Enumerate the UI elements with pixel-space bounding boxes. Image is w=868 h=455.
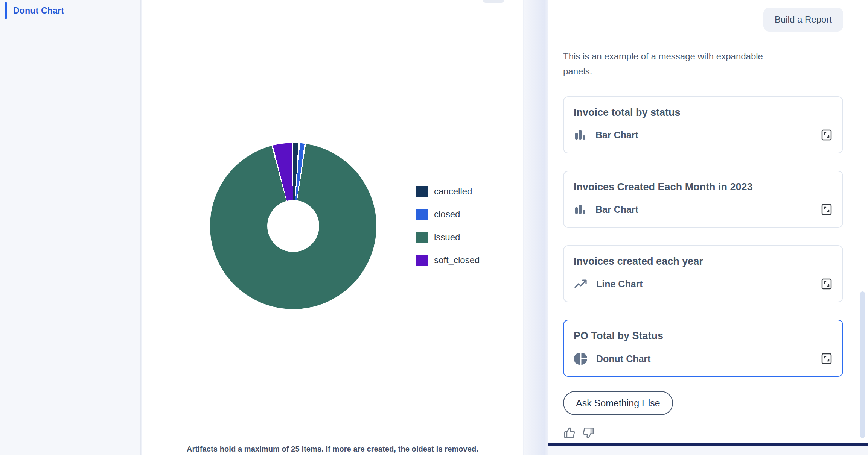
- panel-title: Invoice total by status: [574, 107, 833, 118]
- legend-label: cancelled: [434, 186, 472, 197]
- legend-swatch: [416, 209, 428, 220]
- expand-icon[interactable]: [821, 278, 833, 290]
- sidebar-item-donut-chart[interactable]: Donut Chart: [0, 0, 140, 21]
- thumbs-down-icon[interactable]: [582, 426, 595, 439]
- donut-chart-hole: [267, 200, 319, 252]
- expand-icon[interactable]: [821, 129, 833, 141]
- expandable-panel-invoice-total-by-status[interactable]: Invoice total by status Bar Chart: [563, 96, 843, 153]
- panel-divider-gutter: [524, 0, 548, 455]
- scroll-indicator: [483, 0, 504, 3]
- user-message-bubble[interactable]: Build a Report: [763, 8, 843, 32]
- bar-chart-icon: [574, 203, 587, 216]
- thumbs-up-icon[interactable]: [563, 426, 576, 439]
- chat-panel: Build a Report This is an example of a m…: [548, 0, 868, 455]
- chart-legend: cancelled closed issued soft_closed: [416, 186, 480, 266]
- panel-title: PO Total by Status: [574, 330, 833, 342]
- active-tab-accent-bar: [5, 2, 7, 19]
- expandable-panel-invoices-created-each-month[interactable]: Invoices Created Each Month in 2023 Bar …: [563, 171, 843, 228]
- panel-chart-type: Donut Chart: [596, 353, 650, 364]
- artifacts-limit-note: Artifacts hold a maximum of 25 items. If…: [142, 445, 523, 453]
- legend-item-closed[interactable]: closed: [416, 209, 480, 220]
- panel-chart-type: Bar Chart: [595, 130, 638, 141]
- chat-scrollbar-thumb[interactable]: [860, 291, 865, 438]
- artifact-view: cancelled closed issued soft_closed Arti…: [142, 0, 523, 455]
- legend-item-issued[interactable]: issued: [416, 232, 480, 243]
- panel-chart-type: Line Chart: [596, 279, 643, 290]
- feedback-row: [563, 426, 843, 439]
- expandable-panel-invoices-created-each-year[interactable]: Invoices created each year Line Chart: [563, 245, 843, 302]
- sidebar-item-label: Donut Chart: [13, 6, 64, 16]
- expand-icon[interactable]: [821, 353, 833, 365]
- legend-label: closed: [434, 209, 460, 220]
- expandable-panel-po-total-by-status[interactable]: PO Total by Status Donut Chart: [563, 320, 843, 377]
- artifacts-sidebar: Donut Chart: [0, 0, 141, 455]
- legend-swatch: [416, 232, 428, 243]
- ask-something-else-button[interactable]: Ask Something Else: [563, 391, 673, 415]
- chat-input-area[interactable]: [548, 446, 868, 455]
- legend-item-cancelled[interactable]: cancelled: [416, 186, 480, 197]
- chat-scroll-area[interactable]: Build a Report This is an example of a m…: [548, 0, 868, 443]
- panel-title: Invoices created each year: [574, 256, 833, 267]
- chat-input-top-border: [548, 443, 868, 446]
- expand-icon[interactable]: [821, 203, 833, 215]
- legend-label: soft_closed: [434, 255, 480, 265]
- legend-swatch: [416, 255, 428, 266]
- line-chart-icon: [574, 277, 588, 291]
- panel-chart-type: Bar Chart: [595, 204, 638, 215]
- donut-chart[interactable]: [210, 143, 376, 309]
- panel-title: Invoices Created Each Month in 2023: [574, 181, 833, 193]
- donut-chart-icon: [574, 352, 588, 366]
- assistant-message-text: This is an example of a message with exp…: [563, 49, 793, 79]
- legend-label: issued: [434, 232, 460, 243]
- legend-item-soft-closed[interactable]: soft_closed: [416, 255, 480, 266]
- bar-chart-icon: [574, 128, 587, 142]
- legend-swatch: [416, 186, 428, 197]
